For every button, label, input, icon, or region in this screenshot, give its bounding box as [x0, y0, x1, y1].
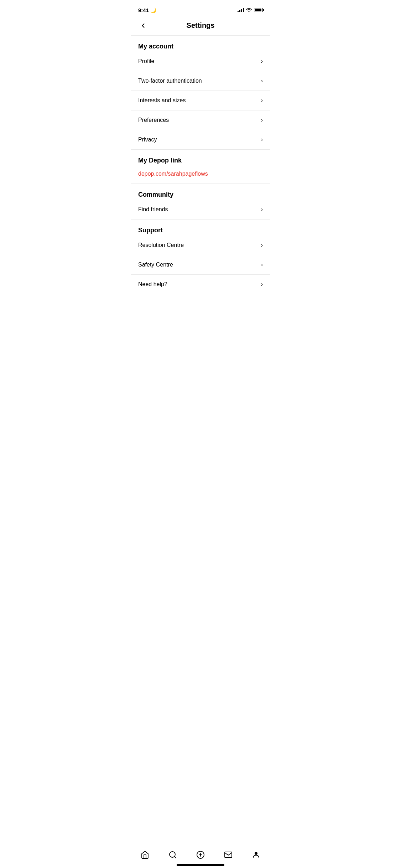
settings-content: My account Profile › Two-factor authenti…	[131, 36, 270, 330]
two-factor-label: Two-factor authentication	[138, 78, 202, 84]
wifi-icon	[246, 7, 252, 13]
chevron-right-icon: ›	[261, 58, 263, 64]
settings-header: Settings	[131, 18, 270, 35]
chevron-right-icon: ›	[261, 242, 263, 248]
need-help-label: Need help?	[138, 281, 167, 288]
find-friends-menu-item[interactable]: Find friends ›	[131, 200, 270, 219]
need-help-menu-item[interactable]: Need help? ›	[131, 275, 270, 294]
chevron-right-icon: ›	[261, 97, 263, 104]
moon-icon: 🌙	[150, 7, 156, 13]
interests-sizes-label: Interests and sizes	[138, 97, 186, 104]
preferences-label: Preferences	[138, 117, 169, 123]
chevron-right-icon: ›	[261, 206, 263, 213]
status-bar: 9:41 🌙	[131, 0, 270, 18]
community-section-header: Community	[131, 184, 270, 200]
depop-link[interactable]: depop.com/sarahpageflows	[131, 166, 270, 184]
profile-label: Profile	[138, 58, 154, 64]
page-title: Settings	[187, 21, 215, 30]
chevron-right-icon: ›	[261, 117, 263, 123]
support-section-header: Support	[131, 219, 270, 236]
back-button[interactable]	[138, 21, 148, 31]
resolution-centre-menu-item[interactable]: Resolution Centre ›	[131, 236, 270, 255]
two-factor-menu-item[interactable]: Two-factor authentication ›	[131, 71, 270, 91]
profile-menu-item[interactable]: Profile ›	[131, 52, 270, 71]
signal-bars-icon	[238, 8, 244, 12]
my-account-section-header: My account	[131, 36, 270, 52]
battery-icon	[254, 8, 263, 12]
status-icons	[238, 7, 263, 13]
my-depop-link-section-header: My Depop link	[131, 150, 270, 166]
chevron-right-icon: ›	[261, 262, 263, 268]
chevron-right-icon: ›	[261, 136, 263, 143]
privacy-menu-item[interactable]: Privacy ›	[131, 130, 270, 150]
privacy-label: Privacy	[138, 136, 157, 143]
resolution-centre-label: Resolution Centre	[138, 242, 184, 248]
chevron-right-icon: ›	[261, 281, 263, 288]
find-friends-label: Find friends	[138, 206, 168, 213]
status-time: 9:41 🌙	[138, 7, 156, 13]
chevron-right-icon: ›	[261, 78, 263, 84]
preferences-menu-item[interactable]: Preferences ›	[131, 110, 270, 130]
safety-centre-menu-item[interactable]: Safety Centre ›	[131, 255, 270, 275]
safety-centre-label: Safety Centre	[138, 262, 173, 268]
interests-sizes-menu-item[interactable]: Interests and sizes ›	[131, 91, 270, 110]
